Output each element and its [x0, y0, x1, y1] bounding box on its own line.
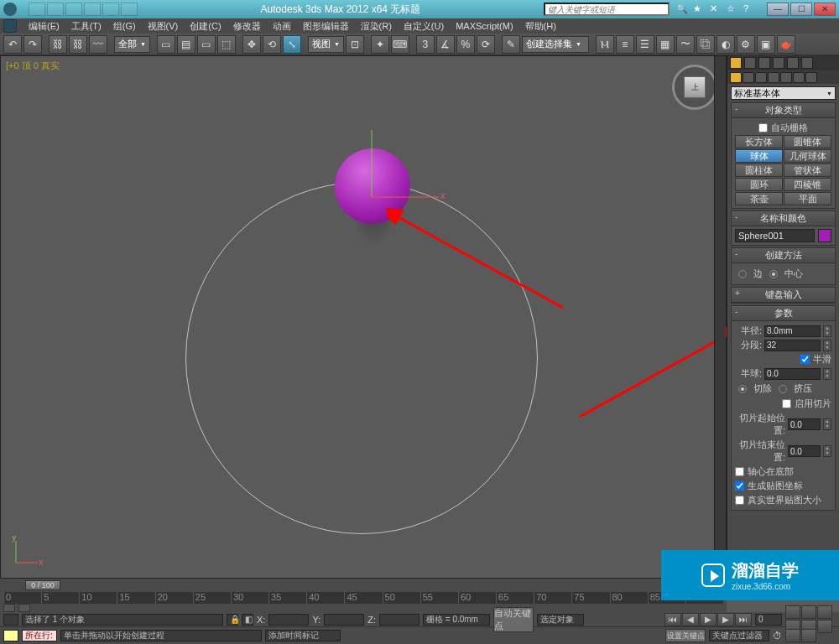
z-coord-field[interactable] [379, 614, 420, 626]
menu-rendering[interactable]: 渲染(R) [356, 19, 397, 34]
menu-modifiers[interactable]: 修改器 [228, 19, 266, 34]
menu-group[interactable]: 组(G) [108, 19, 141, 34]
primitive-teapot[interactable]: 茶壶 [735, 192, 783, 205]
menu-customize[interactable]: 自定义(U) [399, 19, 449, 34]
key-filters-button[interactable]: 关键点过滤器 [709, 630, 769, 641]
slice-to-spinner[interactable]: 0.0 [788, 445, 821, 457]
slice-to-spin-buttons[interactable]: ▲▼ [823, 445, 831, 457]
app-icon[interactable] [3, 3, 17, 16]
window-crossing-icon[interactable]: ⬚ [217, 35, 236, 54]
display-tab-icon[interactable] [787, 57, 799, 69]
align-icon[interactable]: ≡ [616, 35, 634, 54]
select-scale-icon[interactable]: ⤡ [283, 35, 301, 54]
application-menu-icon[interactable] [3, 19, 17, 33]
mirror-icon[interactable]: Ⲙ [596, 35, 614, 54]
viewport[interactable]: [+0 顶 0 真实 y x 上 y x [0, 55, 727, 579]
rollout-header-object-type[interactable]: -对象类型 [732, 103, 835, 118]
material-editor-icon[interactable]: ◐ [717, 35, 735, 54]
primitive-torus[interactable]: 圆环 [735, 178, 783, 191]
object-name-input[interactable] [735, 229, 815, 242]
lock-selection-icon[interactable]: 🔒 [227, 614, 238, 626]
spinner-snap-icon[interactable]: ⟳ [477, 35, 495, 54]
close-button[interactable]: ✕ [814, 3, 836, 16]
hemisphere-spinner[interactable]: 0.0 [764, 368, 821, 380]
ref-coord-dropdown[interactable]: 视图 [308, 36, 344, 53]
smooth-checkbox[interactable] [800, 355, 810, 364]
shapes-icon[interactable] [743, 72, 754, 83]
named-selection-dropdown[interactable]: 创建选择集 [522, 36, 589, 53]
select-move-icon[interactable]: ✥ [242, 35, 261, 54]
selected-set-dropdown[interactable]: 选定对象 [537, 614, 584, 626]
select-rotate-icon[interactable]: ⟲ [263, 35, 281, 54]
viewport-scrollbar[interactable] [714, 56, 726, 578]
real-world-checkbox[interactable] [735, 496, 744, 505]
view-cube[interactable]: 上 [672, 65, 717, 110]
primitive-cone[interactable]: 圆锥体 [784, 135, 831, 148]
graphite-icon[interactable]: ▦ [656, 35, 675, 54]
prev-frame-icon[interactable]: ◀ [682, 613, 699, 626]
max-toggle-icon[interactable] [801, 629, 816, 642]
slice-from-spinner[interactable]: 0.0 [788, 418, 821, 430]
x-coord-field[interactable] [268, 614, 309, 626]
rendered-frame-icon[interactable]: ▣ [757, 35, 775, 54]
menu-maxscript[interactable]: MAXScript(M) [451, 20, 518, 32]
spacewarps-icon[interactable] [793, 72, 805, 83]
curve-editor-icon[interactable]: 〜 [676, 35, 695, 54]
rollout-header-keyboard[interactable]: +键盘输入 [732, 288, 835, 303]
primitive-plane[interactable]: 平面 [784, 192, 831, 205]
auto-grid-checkbox[interactable] [758, 123, 768, 132]
object-color-swatch[interactable] [818, 229, 831, 242]
primitive-tube[interactable]: 管状体 [784, 164, 831, 177]
time-slider-handle[interactable]: 0 / 100 [25, 580, 60, 590]
minimize-button[interactable]: — [767, 3, 789, 16]
motion-tab-icon[interactable] [773, 57, 784, 69]
isolate-icon[interactable]: ◧ [242, 614, 253, 626]
help-search-input[interactable] [544, 3, 670, 16]
unlink-icon[interactable]: ⛓ [69, 35, 87, 54]
zoom-extents-icon[interactable] [817, 605, 832, 619]
menu-tools[interactable]: 工具(T) [66, 19, 107, 34]
rollout-header-name-color[interactable]: -名称和颜色 [732, 211, 835, 226]
bind-spacewarp-icon[interactable]: 〰 [89, 35, 107, 54]
qat-save-icon[interactable] [65, 3, 82, 16]
selection-filter-dropdown[interactable]: 全部 [114, 36, 150, 53]
snap-toggle-icon[interactable]: 3 [416, 35, 435, 54]
time-config-icon[interactable]: ⏱ [773, 631, 782, 641]
qat-open-icon[interactable] [47, 3, 64, 16]
chop-radio[interactable] [738, 385, 747, 393]
cameras-icon[interactable] [768, 72, 779, 83]
angle-snap-icon[interactable]: ∡ [436, 35, 455, 54]
maxscript-mini-icon[interactable] [3, 614, 18, 626]
segments-spin-buttons[interactable]: ▲▼ [823, 340, 831, 351]
trackbar-mini-curve-icon[interactable] [3, 604, 15, 612]
schematic-view-icon[interactable]: ⿻ [696, 35, 715, 54]
segments-spinner[interactable]: 32 [764, 340, 821, 351]
gen-uv-checkbox[interactable] [735, 481, 744, 491]
menu-create[interactable]: 创建(C) [185, 19, 226, 34]
goto-start-icon[interactable]: ⏮ [664, 613, 681, 626]
current-frame-field[interactable]: 0 [755, 614, 782, 626]
use-center-icon[interactable]: ⊡ [346, 35, 364, 54]
exchange-icon[interactable]: ✕ [710, 3, 722, 15]
viewcube-face[interactable]: 上 [684, 76, 706, 98]
radius-spinner[interactable]: 8.0mm [764, 325, 821, 337]
qat-new-icon[interactable] [29, 3, 45, 16]
primitive-box[interactable]: 长方体 [735, 135, 783, 148]
menu-help[interactable]: 帮助(H) [520, 19, 561, 34]
link-icon[interactable]: ⛓ [49, 35, 67, 54]
menu-edit[interactable]: 编辑(E) [23, 19, 65, 34]
menu-views[interactable]: 视图(V) [143, 19, 184, 34]
subscription-icon[interactable]: ★ [693, 3, 705, 15]
zoom-all-icon[interactable] [801, 605, 816, 619]
keyboard-shortcut-icon[interactable]: ⌨ [391, 35, 409, 54]
search-icon[interactable]: 🔍 [676, 3, 688, 15]
time-ruler[interactable]: 051015202530354045505560657075808590 [3, 592, 723, 604]
set-key-button[interactable]: 设置关键点 [665, 629, 706, 642]
qat-undo-icon[interactable] [84, 3, 101, 16]
systems-icon[interactable] [805, 72, 817, 83]
pivot-base-checkbox[interactable] [735, 467, 744, 476]
method-edge-radio[interactable] [738, 270, 747, 278]
select-region-icon[interactable]: ▭ [197, 35, 216, 54]
menu-animation[interactable]: 动画 [268, 19, 296, 34]
create-tab-icon[interactable] [730, 57, 742, 69]
